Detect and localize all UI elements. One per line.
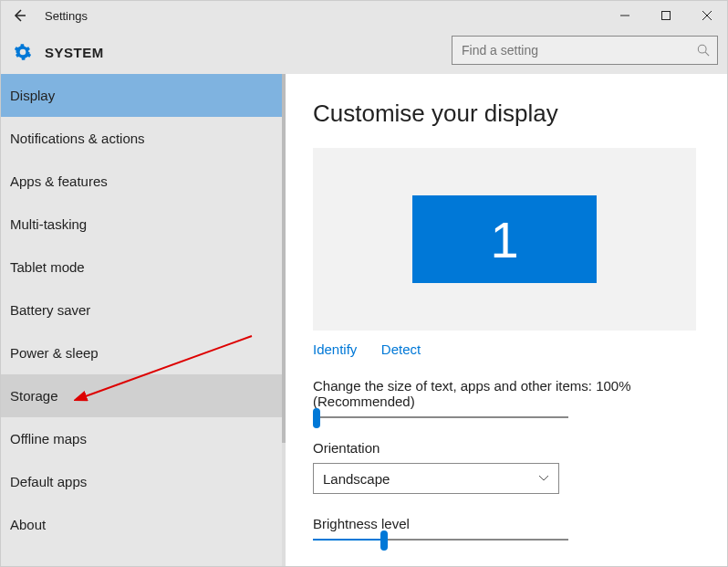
scale-slider-handle[interactable] [313,408,320,428]
window-title: Settings [45,9,88,23]
gear-icon [14,43,32,61]
sidebar-item-label: Multi-tasking [10,216,87,232]
minimize-button[interactable] [604,1,645,30]
section-header: SYSTEM [1,30,727,74]
brightness-label: Brightness level [313,516,709,531]
orientation-label: Orientation [313,440,709,456]
search-input[interactable] [452,43,690,58]
sidebar-item-apps-features[interactable]: Apps & features [1,160,282,203]
content-pane: Customise your display 1 Identify Detect… [286,74,727,566]
minimize-icon [620,11,629,20]
scale-slider[interactable] [313,416,568,418]
chevron-down-icon [538,472,549,485]
orientation-value: Landscape [323,471,390,487]
sidebar-item-label: Offline maps [10,431,87,446]
monitor-number: 1 [490,210,518,269]
sidebar-item-label: Tablet mode [10,259,85,275]
sidebar-item-label: Default apps [10,474,87,489]
titlebar: Settings [1,1,727,30]
brightness-slider-handle[interactable] [380,530,388,551]
svg-line-5 [705,52,709,56]
sidebar-item-notifications[interactable]: Notifications & actions [1,117,282,160]
sidebar-item-display[interactable]: Display [1,74,282,117]
body: Display Notifications & actions Apps & f… [1,74,727,566]
sidebar-item-offline-maps[interactable]: Offline maps [1,417,282,460]
window-controls [604,1,727,30]
section-title: SYSTEM [45,45,104,60]
maximize-icon [661,11,671,20]
sidebar-item-label: Power & sleep [10,345,99,361]
sidebar-item-storage[interactable]: Storage [1,374,282,417]
sidebar-item-tablet-mode[interactable]: Tablet mode [1,246,282,289]
search-icon [690,44,717,57]
svg-rect-1 [661,12,670,20]
brightness-slider[interactable] [313,539,568,541]
sidebar: Display Notifications & actions Apps & f… [1,74,286,566]
sidebar-item-power-sleep[interactable]: Power & sleep [1,331,282,374]
sidebar-item-label: Apps & features [10,173,108,189]
sidebar-item-label: Battery saver [10,302,90,318]
sidebar-item-multitasking[interactable]: Multi-tasking [1,203,282,246]
close-button[interactable] [686,1,727,30]
sidebar-item-label: Storage [10,388,58,404]
sidebar-item-label: Display [10,88,55,103]
sidebar-item-label: About [10,517,46,532]
sidebar-item-label: Notifications & actions [10,131,145,146]
identify-link[interactable]: Identify [313,341,357,357]
detect-link[interactable]: Detect [381,341,421,357]
sidebar-item-about[interactable]: About [1,503,282,546]
orientation-select[interactable]: Landscape [313,463,559,494]
settings-window: Settings SYSTEM Display [0,0,728,567]
maximize-button[interactable] [645,1,686,30]
sidebar-item-default-apps[interactable]: Default apps [1,460,282,503]
search-field[interactable] [452,36,718,65]
close-icon [702,11,712,20]
back-button[interactable] [1,1,37,30]
svg-point-4 [698,45,706,53]
scale-label: Change the size of text, apps and other … [313,378,709,409]
page-heading: Customise your display [313,100,709,128]
arrow-left-icon [12,8,26,23]
monitor-1[interactable]: 1 [412,195,597,283]
display-actions: Identify Detect [313,341,709,358]
sidebar-item-battery-saver[interactable]: Battery saver [1,289,282,331]
display-preview: 1 [313,148,696,331]
